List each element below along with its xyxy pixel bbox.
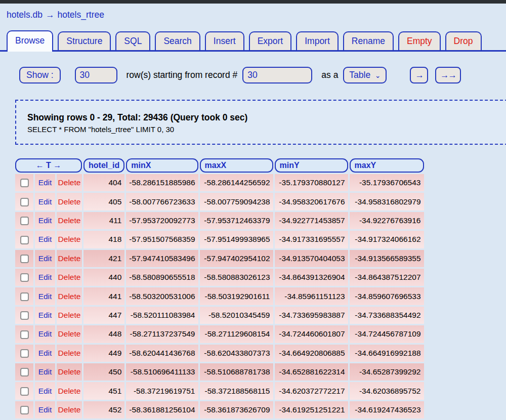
start-record-input[interactable] xyxy=(242,67,312,83)
edit-link[interactable]: Edit xyxy=(38,311,52,319)
tab-empty[interactable]: Empty xyxy=(398,31,441,50)
delete-link[interactable]: Delete xyxy=(58,273,81,281)
table-nav-header[interactable]: ← T → xyxy=(15,158,82,173)
table-row: EditDelete448-58.271137237549-58.2711296… xyxy=(15,325,424,343)
row-checkbox[interactable] xyxy=(20,406,29,414)
edit-link[interactable]: Edit xyxy=(38,367,52,376)
edit-link[interactable]: Edit xyxy=(38,329,52,338)
edit-link[interactable]: Edit xyxy=(38,405,52,414)
column-header-maxx[interactable]: maxX xyxy=(200,158,273,173)
delete-link[interactable]: Delete xyxy=(58,405,81,414)
row-checkbox-cell xyxy=(15,345,33,362)
delete-link[interactable]: Delete xyxy=(58,254,81,263)
row-checkbox[interactable] xyxy=(20,179,29,187)
cell-maxx: -58.52010345459 xyxy=(200,307,273,324)
delete-link[interactable]: Delete xyxy=(58,235,81,243)
row-checkbox[interactable] xyxy=(20,198,29,206)
next-page-button[interactable]: → xyxy=(410,67,428,83)
row-checkbox-cell xyxy=(15,231,33,248)
view-select[interactable]: Table ⌄ xyxy=(343,67,387,83)
row-checkbox[interactable] xyxy=(20,236,29,244)
table-row: EditDelete404-58.286151885986-58.2861442… xyxy=(15,174,424,191)
edit-link[interactable]: Edit xyxy=(38,235,52,243)
tab-search[interactable]: Search xyxy=(155,31,200,50)
edit-link[interactable]: Edit xyxy=(38,387,52,395)
table-row: EditDelete449-58.620441436768-58.6204338… xyxy=(15,345,424,362)
row-checkbox[interactable] xyxy=(20,368,29,376)
table-row: EditDelete405-58.007766723633-58.0077590… xyxy=(15,193,424,210)
breadcrumb-db-link[interactable]: hotels.db xyxy=(7,10,43,20)
delete-link[interactable]: Delete xyxy=(58,311,81,319)
cell-maxy: -34.958316802979 xyxy=(350,193,424,210)
row-checkbox-cell xyxy=(15,193,33,210)
cell-maxx: -58.372188568115 xyxy=(200,382,273,399)
row-checkbox[interactable] xyxy=(20,330,29,339)
cell-maxy: -34.65287399292 xyxy=(350,363,424,381)
cell-maxy: -34.917324066162 xyxy=(350,231,424,248)
tab-structure[interactable]: Structure xyxy=(58,31,111,50)
breadcrumb-table-link[interactable]: hotels_rtree xyxy=(58,10,104,20)
cell-minx: -58.520111083984 xyxy=(126,307,198,324)
row-checkbox[interactable] xyxy=(20,273,29,282)
row-checkbox[interactable] xyxy=(20,217,29,225)
column-header-miny[interactable]: minY xyxy=(275,158,348,173)
tab-browse[interactable]: Browse xyxy=(7,30,53,52)
delete-cell: Delete xyxy=(57,307,82,324)
row-checkbox-cell xyxy=(15,250,33,267)
tab-drop[interactable]: Drop xyxy=(445,31,482,50)
row-checkbox[interactable] xyxy=(20,387,29,396)
delete-link[interactable]: Delete xyxy=(58,367,81,376)
delete-link[interactable]: Delete xyxy=(58,329,81,338)
cell-miny: -34.917331695557 xyxy=(275,231,348,248)
edit-cell: Edit xyxy=(35,363,55,381)
column-header-hotel-id[interactable]: hotel_id xyxy=(83,158,124,173)
edit-cell: Edit xyxy=(35,269,55,286)
column-header-maxy[interactable]: maxY xyxy=(350,158,424,173)
edit-link[interactable]: Edit xyxy=(38,349,52,357)
cell-miny: -34.652881622314 xyxy=(275,363,348,381)
cell-minx: -58.503200531006 xyxy=(126,287,198,305)
cell-miny: -34.724460601807 xyxy=(275,325,348,343)
cell-maxy: -34.619247436523 xyxy=(350,401,424,418)
delete-link[interactable]: Delete xyxy=(58,292,81,301)
tab-rename[interactable]: Rename xyxy=(343,31,394,50)
row-count-input[interactable] xyxy=(75,67,117,83)
edit-link[interactable]: Edit xyxy=(38,254,52,263)
cell-maxy: -35.17936706543 xyxy=(350,174,424,191)
delete-link[interactable]: Delete xyxy=(58,349,81,357)
row-checkbox-cell xyxy=(15,287,33,305)
delete-link[interactable]: Delete xyxy=(58,178,81,187)
tab-export[interactable]: Export xyxy=(249,31,292,50)
row-checkbox[interactable] xyxy=(20,292,29,301)
row-checkbox[interactable] xyxy=(20,255,29,263)
cell-minx: -58.361881256104 xyxy=(126,401,198,418)
row-checkbox[interactable] xyxy=(20,311,29,320)
cell-miny: -34.922771453857 xyxy=(275,212,348,229)
edit-cell: Edit xyxy=(35,193,55,210)
delete-link[interactable]: Delete xyxy=(58,197,81,206)
tab-import[interactable]: Import xyxy=(296,31,339,50)
as-a-label: as a xyxy=(321,70,338,80)
column-header-minx[interactable]: minX xyxy=(126,158,198,173)
delete-cell: Delete xyxy=(57,269,82,286)
edit-link[interactable]: Edit xyxy=(38,178,52,187)
edit-cell: Edit xyxy=(35,307,55,324)
breadcrumb: hotels.db→hotels_rtree xyxy=(7,10,506,20)
delete-cell: Delete xyxy=(57,287,82,305)
last-page-button[interactable]: →→ xyxy=(435,67,461,83)
edit-link[interactable]: Edit xyxy=(38,197,52,206)
table-row: EditDelete452-58.361881256104-58.3618736… xyxy=(15,401,424,418)
cell-maxx: -58.510688781738 xyxy=(200,363,273,381)
tab-sql[interactable]: SQL xyxy=(115,31,150,50)
delete-link[interactable]: Delete xyxy=(58,216,81,225)
cell-minx: -57.953720092773 xyxy=(126,212,198,229)
edit-link[interactable]: Edit xyxy=(38,292,52,301)
row-checkbox-cell xyxy=(15,401,33,418)
tab-insert[interactable]: Insert xyxy=(205,31,244,50)
show-button[interactable]: Show : xyxy=(19,67,61,83)
row-checkbox[interactable] xyxy=(20,349,29,358)
delete-link[interactable]: Delete xyxy=(58,387,81,395)
cell-miny: -34.620372772217 xyxy=(275,382,348,399)
edit-link[interactable]: Edit xyxy=(38,273,52,281)
edit-link[interactable]: Edit xyxy=(38,216,52,225)
